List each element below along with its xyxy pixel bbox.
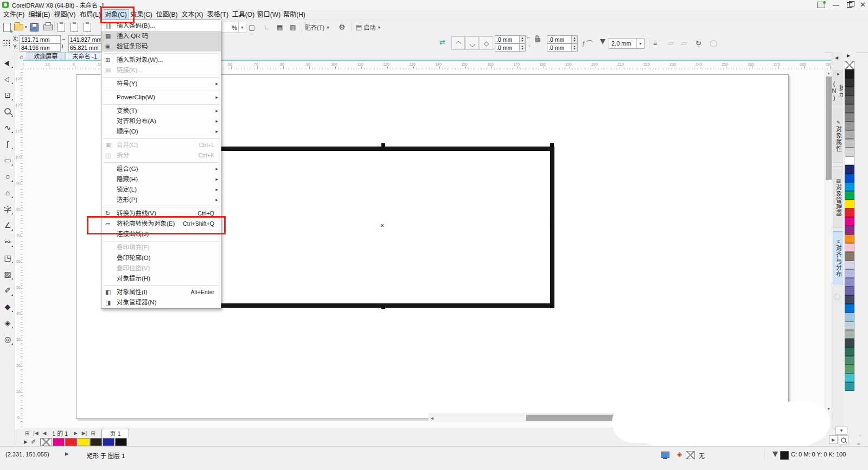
color-swatch[interactable]: [90, 438, 102, 446]
vertical-scrollbar[interactable]: ▲ ▼: [825, 69, 832, 429]
object-center-marker[interactable]: ✕: [380, 223, 385, 228]
options-gear-button[interactable]: ⚙: [339, 22, 346, 33]
spinner[interactable]: ▲▼: [571, 43, 578, 52]
color-swatch[interactable]: [845, 96, 854, 104]
color-swatch[interactable]: [845, 382, 854, 391]
fillet-scallop-icon[interactable]: ƒ⌒: [582, 38, 592, 47]
menubar-item-help[interactable]: 帮助(H): [282, 10, 307, 20]
menu-item[interactable]: ▦插入 QR 码: [101, 31, 221, 41]
zoom-page-button[interactable]: [839, 435, 848, 445]
color-swatch[interactable]: [845, 347, 854, 356]
open-button[interactable]: ▾: [14, 22, 27, 33]
color-eyedropper-tool[interactable]: ✐: [0, 282, 15, 298]
menu-item[interactable]: ◨对象管理器(N): [101, 297, 221, 308]
menu-item[interactable]: 组合(G)▸: [101, 164, 221, 174]
menubar-item-file[interactable]: 文件(F): [1, 10, 27, 20]
new-document-button[interactable]: [3, 22, 11, 33]
color-swatch[interactable]: [845, 339, 854, 347]
pick-tool[interactable]: ▶: [0, 54, 15, 71]
color-swatch[interactable]: [845, 69, 854, 78]
selection-handle-mr[interactable]: [550, 224, 554, 228]
flyout-arrow-icon[interactable]: ▶: [65, 451, 69, 456]
next-page-button[interactable]: ▶: [71, 430, 80, 436]
color-swatch[interactable]: [845, 234, 854, 243]
object-height-field[interactable]: [68, 43, 103, 52]
page-tab[interactable]: 页 1: [101, 429, 129, 438]
chevron-down-icon[interactable]: ▼: [636, 39, 644, 48]
show-rulers-button[interactable]: ∟: [264, 22, 270, 33]
scale-factor-icon[interactable]: ⇄: [439, 38, 445, 46]
first-page-button[interactable]: |◀: [31, 430, 40, 436]
no-color-swatch[interactable]: [40, 438, 52, 446]
color-swatch[interactable]: [845, 330, 854, 339]
menu-item[interactable]: ◉验证条形码: [101, 41, 221, 52]
corner-radius-tr-field[interactable]: [547, 35, 573, 43]
color-swatch[interactable]: [53, 438, 65, 446]
shape-tool[interactable]: ▷: [0, 71, 15, 87]
round-corner-button[interactable]: ◠: [451, 36, 465, 50]
flyout-arrow-icon[interactable]: ▶: [24, 439, 28, 444]
scrollbar-down-button[interactable]: ▼: [835, 427, 847, 435]
drop-shadow-tool[interactable]: ◳: [0, 250, 15, 266]
color-swatch[interactable]: [845, 208, 854, 217]
eyedropper-icon[interactable]: ✐: [31, 439, 36, 446]
color-swatch[interactable]: [845, 104, 854, 113]
menu-item[interactable]: PowerClip(W)▸: [101, 92, 221, 103]
menu-item[interactable]: 对象提示(H): [101, 274, 221, 284]
selection-handle-bm[interactable]: [381, 305, 385, 309]
restore-button[interactable]: [847, 2, 852, 8]
wrap-text-button[interactable]: ≡: [653, 37, 658, 48]
add-page-icon[interactable]: ⊞: [23, 430, 31, 436]
display-color-icon[interactable]: [661, 452, 669, 458]
close-button[interactable]: ✕: [860, 1, 866, 9]
menu-item[interactable]: 顺序(O)▸: [101, 126, 221, 137]
spinner[interactable]: ▲▼: [571, 35, 578, 43]
dimension-tool[interactable]: ∠: [0, 217, 15, 233]
scroll-right-button[interactable]: ▶: [829, 435, 838, 444]
collapse-dockers-icon[interactable]: ◀: [835, 55, 838, 60]
no-color-swatch[interactable]: [845, 61, 854, 69]
polygon-tool[interactable]: ⌂: [0, 185, 15, 201]
smart-fill-tool[interactable]: ◈: [0, 315, 15, 331]
prev-page-button[interactable]: ◀: [40, 430, 49, 436]
menubar-item-window[interactable]: 窗口(W): [256, 10, 282, 20]
color-swatch[interactable]: [845, 113, 854, 122]
corner-radius-bl-field[interactable]: [495, 43, 521, 52]
crop-tool[interactable]: ⊡: [0, 87, 15, 103]
launch-button[interactable]: ▤ 启动 ▼: [356, 22, 381, 33]
color-swatch[interactable]: [845, 295, 854, 304]
color-swatch[interactable]: [845, 365, 854, 373]
color-swatch[interactable]: [845, 130, 854, 139]
color-swatch[interactable]: [845, 174, 854, 182]
selection-handle-tr[interactable]: [550, 143, 554, 147]
menubar-item-table[interactable]: 表格(T): [205, 10, 231, 20]
account-icon[interactable]: [817, 2, 825, 8]
color-swatch[interactable]: [845, 321, 854, 330]
menubar-item-view[interactable]: 视图(V): [52, 10, 78, 20]
fullscreen-preview-button[interactable]: ▢: [248, 22, 255, 33]
copy-button[interactable]: [71, 22, 78, 33]
paste-button[interactable]: [84, 22, 91, 33]
menubar-item-text[interactable]: 文本(X): [180, 10, 205, 20]
last-page-button[interactable]: ▶|: [80, 430, 88, 436]
menu-item[interactable]: 锁定(L)▸: [101, 185, 221, 195]
object-width-field[interactable]: [68, 35, 103, 43]
color-swatch[interactable]: [845, 304, 854, 313]
color-swatch[interactable]: [845, 200, 854, 208]
spinner[interactable]: ▲▼: [519, 43, 526, 52]
color-swatch[interactable]: [845, 156, 854, 165]
menu-item[interactable]: ◧对象属性(I)Alt+Enter: [101, 287, 221, 297]
color-swatch[interactable]: [845, 191, 854, 200]
color-swatch[interactable]: [65, 438, 77, 446]
text-tool[interactable]: 字: [0, 201, 15, 217]
menu-item[interactable]: 变换(T)▸: [101, 106, 221, 116]
lock-corners-button[interactable]: [535, 38, 540, 42]
color-swatch[interactable]: [103, 438, 114, 446]
menubar-item-tools[interactable]: 工具(O): [231, 10, 256, 20]
minimize-button[interactable]: —: [833, 1, 839, 9]
menu-item[interactable]: ⊞插入新对象(W)...: [101, 55, 221, 65]
color-swatch[interactable]: [845, 261, 854, 269]
snap-to-button[interactable]: 贴齐(T) ▼: [305, 22, 330, 33]
color-swatch[interactable]: [845, 278, 854, 287]
color-swatch[interactable]: [845, 243, 854, 252]
